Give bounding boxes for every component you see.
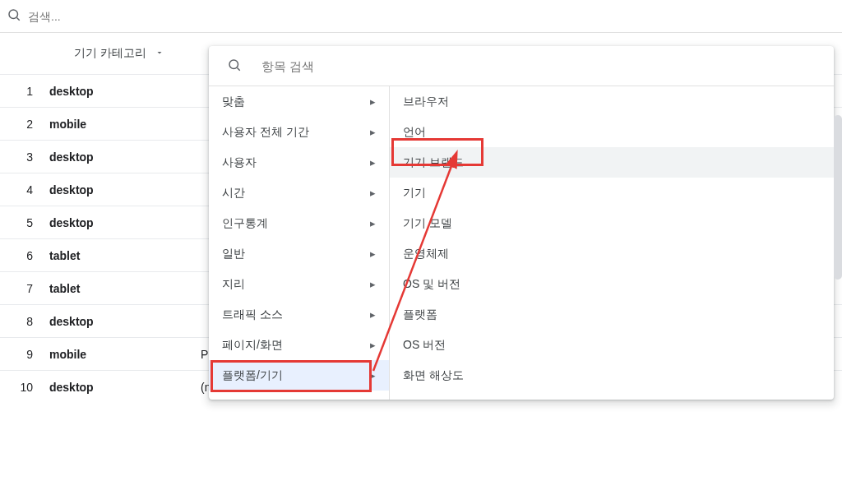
row-index: 6 — [0, 249, 49, 262]
chevron-right-icon: ▸ — [370, 339, 376, 351]
row-category: desktop — [49, 315, 201, 328]
row-category: desktop — [49, 85, 201, 98]
row-category: desktop — [49, 381, 201, 394]
dimension-category-item[interactable]: 사용자 전체 기간▸ — [209, 117, 389, 147]
dimension-category-item[interactable]: 일반▸ — [209, 238, 389, 269]
svg-point-2 — [229, 60, 238, 69]
row-index: 7 — [0, 282, 49, 295]
item-label: 지리 — [222, 277, 245, 292]
row-category: desktop — [49, 183, 201, 197]
top-search-input[interactable] — [28, 10, 835, 23]
dimension-value-item[interactable]: 플랫폼 — [390, 299, 834, 330]
dimension-category-item[interactable]: 사용자▸ — [209, 147, 389, 178]
row-category: tablet — [49, 249, 201, 262]
popover-body: 맞춤▸ 사용자 전체 기간▸ 사용자▸ 시간▸ 인구통계▸ 일반▸ 지리▸ 트래… — [209, 86, 834, 400]
dimension-value-item[interactable]: 기기 — [390, 178, 834, 208]
search-icon — [7, 7, 21, 25]
dimension-value-item[interactable]: 언어 — [390, 117, 834, 147]
chevron-right-icon: ▸ — [370, 278, 376, 290]
dimension-value-item[interactable]: 스트림 이름 — [390, 391, 834, 400]
dimension-value-item[interactable]: 운영체제 — [390, 238, 834, 269]
dimension-value-item[interactable]: 기기 모델 — [390, 208, 834, 238]
item-label: 기기 모델 — [403, 216, 452, 231]
row-index: 2 — [0, 118, 49, 131]
dimension-category-item[interactable]: 트래픽 소스▸ — [209, 299, 389, 330]
dimension-category-list: 맞춤▸ 사용자 전체 기간▸ 사용자▸ 시간▸ 인구통계▸ 일반▸ 지리▸ 트래… — [209, 86, 390, 400]
item-label: 인구통계 — [222, 216, 268, 231]
row-index: 5 — [0, 216, 49, 229]
item-label: 기기 — [403, 186, 426, 201]
item-label: 화면 해상도 — [403, 368, 464, 383]
row-category: mobile — [49, 348, 201, 361]
row-category: desktop — [49, 216, 201, 229]
chevron-down-icon[interactable] — [155, 47, 164, 60]
dimension-value-item[interactable]: 브라우저 — [390, 86, 834, 117]
item-label: 트래픽 소스 — [222, 307, 283, 322]
search-icon — [227, 58, 242, 75]
row-index: 10 — [0, 381, 49, 394]
scrollbar[interactable] — [834, 115, 842, 280]
chevron-right-icon: ▸ — [370, 187, 376, 199]
item-label: OS 및 버전 — [403, 277, 460, 292]
item-label: 운영체제 — [403, 247, 449, 261]
row-index: 4 — [0, 183, 49, 197]
item-label: 페이지/화면 — [222, 338, 283, 353]
item-label: 언어 — [403, 125, 426, 140]
item-label: 사용자 전체 기간 — [222, 125, 309, 140]
row-category: desktop — [49, 150, 201, 164]
dimension-category-item[interactable]: 시간▸ — [209, 178, 389, 208]
dimension-category-item[interactable]: 인구통계▸ — [209, 208, 389, 238]
dimension-value-item[interactable]: OS 및 버전 — [390, 269, 834, 299]
item-label: 기기 브랜드 — [403, 155, 464, 170]
dimension-picker-popover: 맞춤▸ 사용자 전체 기간▸ 사용자▸ 시간▸ 인구통계▸ 일반▸ 지리▸ 트래… — [209, 46, 834, 400]
item-label: 일반 — [222, 247, 245, 261]
svg-point-0 — [9, 10, 18, 19]
dimension-value-item[interactable]: OS 버전 — [390, 330, 834, 360]
row-index: 1 — [0, 85, 49, 98]
chevron-right-icon: ▸ — [370, 217, 376, 229]
dimension-value-item[interactable]: 화면 해상도 — [390, 360, 834, 391]
item-label: OS 버전 — [403, 338, 446, 353]
dimension-value-list: 브라우저 언어 기기 브랜드 기기 기기 모델 운영체제 OS 및 버전 플랫폼… — [390, 86, 834, 400]
row-index: 3 — [0, 150, 49, 164]
item-label: 플랫폼/기기 — [222, 368, 283, 383]
top-search-bar — [0, 0, 842, 33]
dimension-value-item-device-brand[interactable]: 기기 브랜드 — [390, 147, 834, 178]
chevron-right-icon: ▸ — [370, 247, 376, 260]
chevron-right-icon: ▸ — [370, 95, 376, 108]
popover-search-bar — [209, 46, 834, 86]
item-label: 플랫폼 — [403, 307, 437, 322]
dimension-category-item-platform-device[interactable]: 플랫폼/기기▸ — [209, 360, 389, 391]
row-category: tablet — [49, 282, 201, 295]
item-label: 맞춤 — [222, 95, 245, 109]
chevron-right-icon: ▸ — [370, 156, 376, 169]
svg-line-1 — [16, 17, 19, 20]
row-category: mobile — [49, 118, 201, 131]
item-label: 시간 — [222, 186, 245, 201]
svg-line-3 — [237, 67, 239, 70]
row-index: 9 — [0, 348, 49, 361]
row-index: 8 — [0, 315, 49, 328]
item-label: 브라우저 — [403, 95, 449, 109]
item-label: 사용자 — [222, 155, 257, 170]
chevron-right-icon: ▸ — [370, 369, 376, 381]
popover-search-input[interactable] — [261, 59, 816, 73]
chevron-right-icon: ▸ — [370, 308, 376, 321]
dimension-category-item[interactable]: 페이지/화면▸ — [209, 330, 389, 360]
dimension-category-item[interactable]: 지리▸ — [209, 269, 389, 299]
item-label: 스트림 이름 — [403, 399, 464, 400]
dimension-category-item[interactable]: 맞춤▸ — [209, 86, 389, 117]
chevron-right-icon: ▸ — [370, 126, 376, 138]
dimension-selector-label[interactable]: 기기 카테고리 — [74, 46, 146, 61]
